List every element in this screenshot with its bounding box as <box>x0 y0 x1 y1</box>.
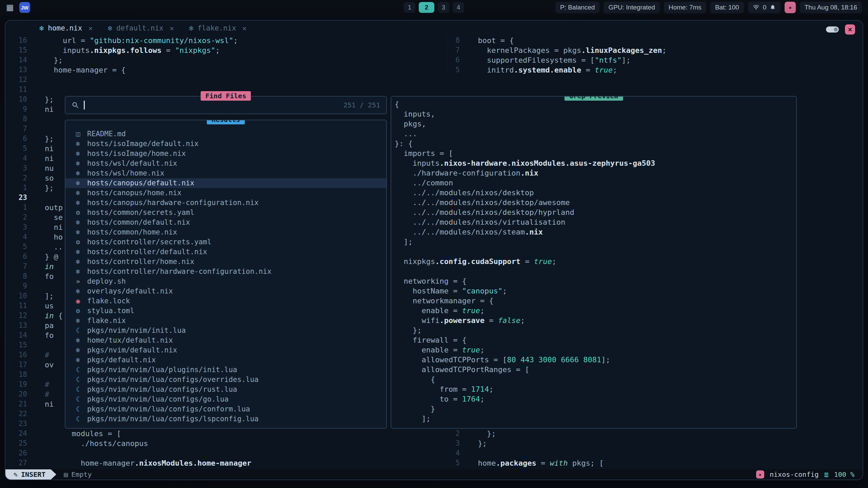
result-item[interactable]: ❄hosts/wsl/home.nix <box>65 168 386 178</box>
preview-title: Grep Preview <box>565 96 623 101</box>
notification-count: 0 <box>763 4 767 11</box>
nix-file-icon: ❄ <box>189 24 193 33</box>
workspace-button-3[interactable]: 3 <box>438 2 449 13</box>
tab-close-icon[interactable]: × <box>88 24 93 33</box>
mode-text: INSERT <box>21 470 45 479</box>
buffer-tabbar: ❄home.nix×❄default.nix×❄flake.nix× × <box>5 21 863 36</box>
app-launcher-icon[interactable]: ▦ <box>6 3 14 12</box>
code-line[interactable]: 3 }; <box>447 439 862 448</box>
tab-close-icon[interactable]: × <box>170 24 174 33</box>
tab-flake.nix[interactable]: ❄flake.nix× <box>181 21 254 36</box>
result-item[interactable]: »deploy.sh <box>65 277 386 286</box>
result-name: pkgs/nvim/nvim/lua/configs/rust.lua <box>87 385 237 394</box>
result-item[interactable]: ❄overlays/default.nix <box>65 286 386 296</box>
line-number: 10 <box>5 291 27 301</box>
result-item[interactable]: ❄hosts/isoImage/default.nix <box>65 139 386 149</box>
result-item[interactable]: ❄hosts/isoImage/home.nix <box>65 149 386 159</box>
nix-file-icon: ❄ <box>73 286 83 296</box>
terminal-window: ❄home.nix×❄default.nix×❄flake.nix× × 16 … <box>5 20 863 480</box>
preview-line: inputs.nixos-hardware.nixosModules.asus-… <box>395 158 796 168</box>
line-number: 5 <box>5 144 27 154</box>
tab-home.nix[interactable]: ❄home.nix× <box>32 21 100 36</box>
result-item[interactable]: ☾pkgs/nvim/nvim/lua/configs/rust.lua <box>65 385 386 394</box>
result-item[interactable]: ❄home/tux/default.nix <box>65 336 386 345</box>
md-file-icon: ◫ <box>73 129 83 139</box>
code-line[interactable]: 16 url = "github:nix-community/nixos-wsl… <box>5 36 447 45</box>
nix-file-icon: ❄ <box>73 188 83 198</box>
code-line[interactable]: 15 inputs.nixpkgs.follows = "nixpkgs"; <box>5 45 447 55</box>
workspace-button-2[interactable]: 2 <box>419 2 434 13</box>
code-line[interactable]: 13 home-manager = { <box>5 65 447 75</box>
tab-default.nix[interactable]: ❄default.nix× <box>100 21 182 36</box>
preview-line: ]; <box>395 414 796 424</box>
code-line[interactable]: 27 home-manager.nixosModules.home-manage… <box>5 458 447 468</box>
code-line[interactable]: 2 }; <box>447 429 862 439</box>
code-line[interactable]: 7 kernelPackages = pkgs.linuxPackages_ze… <box>447 45 862 55</box>
tab-close-icon[interactable]: × <box>242 24 246 33</box>
result-item[interactable]: ❄hosts/canopus/default.nix <box>65 178 386 188</box>
result-item[interactable]: ☾pkgs/nvim/nvim/lua/configs/conform.lua <box>65 404 386 414</box>
preview-line: nixpkgs.config.cudaSupport = true; <box>395 257 796 266</box>
buffer-icon: ▤ <box>64 470 68 479</box>
nix-file-icon: ❄ <box>73 257 83 267</box>
workspace-button-1[interactable]: 1 <box>404 2 415 13</box>
find-files-preview: Grep Preview { inputs, pkgs, ...}: { imp… <box>391 96 797 429</box>
line-number: 26 <box>5 448 27 458</box>
wifi-icon <box>753 5 760 10</box>
result-item[interactable]: ❄hosts/controller/home.nix <box>65 257 386 267</box>
record-button[interactable]: ● <box>785 2 795 13</box>
result-item[interactable]: ◉flake.lock <box>65 296 386 306</box>
result-item[interactable]: ❄flake.nix <box>65 316 386 326</box>
line-number: 6 <box>447 55 460 65</box>
nix-file-icon: ❄ <box>73 227 83 237</box>
code-text: home-manager.nixosModules.home-manager <box>45 458 251 468</box>
preview-line: }: { <box>395 139 796 148</box>
result-item[interactable]: ☾pkgs/nvim/nvim/lua/configs/overrides.lu… <box>65 375 386 385</box>
result-name: hosts/common/home.nix <box>87 227 177 237</box>
window-close-button[interactable]: × <box>845 24 855 35</box>
code-line[interactable]: 14 }; <box>5 55 447 65</box>
preview-line: networking = { <box>395 276 796 286</box>
result-item[interactable]: ❄hosts/canopus/hardware-configuration.ni… <box>65 198 386 208</box>
code-line[interactable]: 24 modules = [ <box>5 429 447 439</box>
code-line[interactable]: 12 <box>5 75 447 85</box>
code-line[interactable]: 8 boot = { <box>447 36 862 45</box>
result-item[interactable]: ☾pkgs/nvim/nvim/lua/plugins/init.lua <box>65 365 386 375</box>
code-text: ]; <box>45 291 54 301</box>
result-item[interactable]: ⚙stylua.toml <box>65 306 386 316</box>
code-line[interactable]: 5 home.packages = with pkgs; [ <box>447 458 862 468</box>
line-number: 3 <box>447 439 460 448</box>
result-item[interactable]: ◫README.md <box>65 129 386 139</box>
code-line[interactable]: 26 <box>5 448 447 458</box>
code-line[interactable]: 6 supportedFilesystems = ["ntfs"]; <box>447 55 862 65</box>
preview-line: ]; <box>395 237 796 247</box>
result-item[interactable]: ❄hosts/canopus/home.nix <box>65 188 386 198</box>
code-line[interactable]: 4 <box>447 448 862 458</box>
code-line[interactable]: 25 ./hosts/canopus <box>5 439 447 448</box>
code-text: ni <box>45 154 54 163</box>
result-item[interactable]: ❄hosts/controller/default.nix <box>65 247 386 257</box>
result-item[interactable]: ❄hosts/controller/hardware-configuration… <box>65 267 386 277</box>
lua-file-icon: ☾ <box>73 385 83 394</box>
window-pin-toggle[interactable] <box>826 26 839 33</box>
result-item[interactable]: ❄hosts/common/home.nix <box>65 227 386 237</box>
line-number: 19 <box>5 380 27 389</box>
result-item[interactable]: ❄pkgs/default.nix <box>65 355 386 365</box>
code-text: home.packages = with pkgs; [ <box>469 458 604 468</box>
result-item[interactable]: ☾pkgs/nvim/nvim/lua/configs/lspconfig.lu… <box>65 414 386 424</box>
workspace-button-4[interactable]: 4 <box>453 2 464 13</box>
line-number: 16 <box>5 36 27 45</box>
result-item[interactable]: ⚙hosts/common/secrets.yaml <box>65 208 386 218</box>
statusline-right: ▪ nixos-config ≡ 100 % <box>756 470 863 479</box>
result-item[interactable]: ☾pkgs/nvim/nvim/init.lua <box>65 326 386 336</box>
find-files-prompt[interactable]: Find Files 251 / 251 <box>65 96 387 114</box>
code-line[interactable]: 5 initrd.systemd.enable = true; <box>447 65 862 75</box>
code-text: in <box>45 262 54 271</box>
result-item[interactable]: ❄pkgs/nvim/default.nix <box>65 345 386 355</box>
result-item[interactable]: ☾pkgs/nvim/nvim/lua/configs/go.lua <box>65 394 386 404</box>
result-item[interactable]: ❄hosts/common/default.nix <box>65 218 386 227</box>
logo-badge[interactable]: JW <box>19 2 30 13</box>
code-text: inputs.nixpkgs.follows = "nixpkgs"; <box>45 45 220 55</box>
result-item[interactable]: ⚙hosts/controller/secrets.yaml <box>65 237 386 247</box>
result-item[interactable]: ❄hosts/wsl/default.nix <box>65 159 386 168</box>
